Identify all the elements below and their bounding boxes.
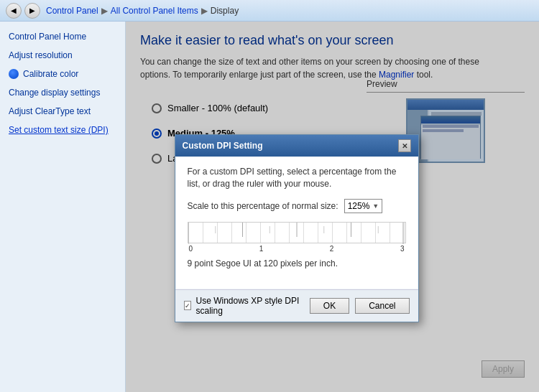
scale-dropdown[interactable]: 125% ▼ xyxy=(344,199,383,213)
checkbox-area: ✓ Use Windows XP style DPI scaling xyxy=(184,296,304,316)
dialog-description: For a custom DPI setting, select a perce… xyxy=(188,166,406,190)
scale-label: Scale to this percentage of normal size: xyxy=(188,201,338,211)
dialog-titlebar: Custom DPI Setting ✕ xyxy=(175,135,418,157)
custom-dpi-dialog: Custom DPI Setting ✕ For a custom DPI se… xyxy=(175,134,419,322)
globe-icon xyxy=(9,69,19,79)
breadcrumb-item-all[interactable]: All Control Panel Items xyxy=(111,6,198,16)
dpi-ruler[interactable] xyxy=(188,222,406,243)
back-button[interactable]: ◀ xyxy=(6,3,22,19)
sidebar-item-control-panel-home[interactable]: Control Panel Home xyxy=(0,27,125,46)
ruler-track xyxy=(188,223,405,243)
cancel-button[interactable]: Cancel xyxy=(355,298,409,314)
dialog-close-button[interactable]: ✕ xyxy=(398,139,411,152)
sidebar-item-label: Adjust resolution xyxy=(9,50,73,60)
ruler-label-0: 0 xyxy=(189,245,193,253)
sidebar-item-adjust-resolution[interactable]: Adjust resolution xyxy=(0,46,125,65)
checkbox-label: Use Windows XP style DPI scaling xyxy=(195,296,303,316)
sidebar-item-label: Set custom text size (DPI) xyxy=(9,125,109,135)
scale-value: 125% xyxy=(348,201,370,211)
sidebar-item-label: Control Panel Home xyxy=(9,32,86,42)
sidebar-item-set-custom-text[interactable]: Set custom text size (DPI) xyxy=(0,121,125,139)
sidebar-item-label: Adjust ClearType text xyxy=(9,106,91,116)
ruler-container: 0 1 2 3 xyxy=(188,222,406,253)
ruler-ticks xyxy=(188,223,405,244)
ruler-label-2: 2 xyxy=(330,245,334,253)
nav-buttons: ◀ ▶ xyxy=(6,3,40,19)
sidebar-item-label: Change display settings xyxy=(9,88,100,98)
sidebar-item-change-display-settings[interactable]: Change display settings xyxy=(0,83,125,102)
ok-button[interactable]: OK xyxy=(310,298,349,314)
breadcrumb-item-display: Display xyxy=(211,6,239,16)
sidebar-item-label: Calibrate color xyxy=(23,69,78,79)
sidebar-item-adjust-cleartype[interactable]: Adjust ClearType text xyxy=(0,102,125,121)
dropdown-arrow-icon: ▼ xyxy=(372,202,379,210)
sidebar: Control Panel Home Adjust resolution Cal… xyxy=(0,22,126,392)
breadcrumb-item-cp[interactable]: Control Panel xyxy=(46,6,98,16)
modal-overlay: Custom DPI Setting ✕ For a custom DPI se… xyxy=(126,22,539,392)
content-area: Make it easier to read what's on your sc… xyxy=(126,22,539,392)
breadcrumb: Control Panel ▶ All Control Panel Items … xyxy=(46,6,239,16)
forward-button[interactable]: ▶ xyxy=(24,3,40,19)
dialog-footer: ✓ Use Windows XP style DPI scaling OK Ca… xyxy=(175,289,418,322)
dialog-info-text: 9 point Segoe UI at 120 pixels per inch. xyxy=(188,258,406,269)
dialog-body: For a custom DPI setting, select a perce… xyxy=(176,157,418,289)
scale-row: Scale to this percentage of normal size:… xyxy=(188,199,406,213)
ruler-label-1: 1 xyxy=(259,245,264,253)
ruler-label-3: 3 xyxy=(400,245,405,253)
main-layout: Control Panel Home Adjust resolution Cal… xyxy=(0,22,539,392)
xp-style-checkbox[interactable]: ✓ xyxy=(184,301,192,310)
dialog-title: Custom DPI Setting xyxy=(183,141,263,151)
ruler-labels: 0 1 2 3 xyxy=(188,245,406,253)
title-bar: ◀ ▶ Control Panel ▶ All Control Panel It… xyxy=(0,0,539,22)
sidebar-item-calibrate-color[interactable]: Calibrate color xyxy=(0,65,125,83)
